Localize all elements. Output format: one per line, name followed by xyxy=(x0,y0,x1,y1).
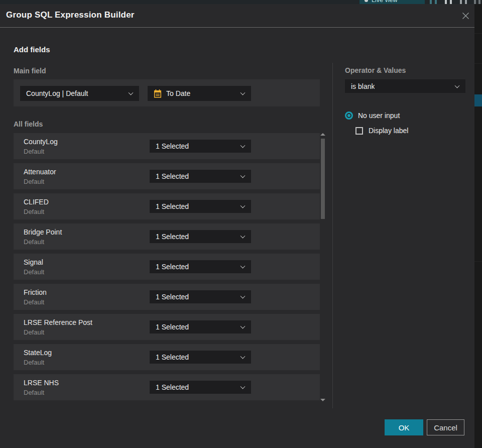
field-selection-value: 1 Selected xyxy=(156,323,189,331)
field-row[interactable]: StateLog Default 1 Selected xyxy=(14,344,320,370)
toolbar-icon-fragment xyxy=(450,0,452,4)
panel-divider xyxy=(332,63,333,408)
field-row[interactable]: Friction Default 1 Selected xyxy=(14,284,320,310)
field-row[interactable]: LRSE Reference Post Default 1 Selected xyxy=(14,314,320,340)
chevron-down-icon xyxy=(455,83,460,88)
display-label-label: Display label xyxy=(369,127,408,135)
field-selection-dropdown[interactable]: 1 Selected xyxy=(150,351,251,364)
toolbar-icon-fragment xyxy=(435,0,437,4)
field-selection-dropdown[interactable]: 1 Selected xyxy=(150,230,251,243)
toolbar-icon-fragment xyxy=(478,0,480,4)
all-fields-list: CountyLog Default 1 Selected Attenuator … xyxy=(14,133,320,404)
field-subtitle: Default xyxy=(24,268,44,276)
scrollbar-thumb[interactable] xyxy=(321,139,325,219)
dialog-title: Group SQL Expression Builder xyxy=(6,10,135,20)
main-field-label: Main field xyxy=(14,67,46,75)
live-view-label: Live view xyxy=(372,0,397,4)
field-name: CLIFED xyxy=(24,198,49,206)
field-name: LRSE NHS xyxy=(24,379,59,387)
no-user-input-label: No user input xyxy=(358,111,400,120)
chevron-down-icon xyxy=(240,384,246,389)
main-field-dropdown[interactable]: CountyLog | Default xyxy=(20,86,139,101)
chevron-down-icon xyxy=(240,90,246,95)
field-subtitle: Default xyxy=(24,328,44,336)
field-selection-value: 1 Selected xyxy=(156,142,189,150)
field-row[interactable]: CLIFED Default 1 Selected xyxy=(14,193,320,219)
field-name: CountyLog xyxy=(24,138,58,146)
no-user-input-radio[interactable]: No user input xyxy=(345,111,400,120)
group-sql-expression-builder-dialog: Group SQL Expression Builder Add fields … xyxy=(0,4,474,448)
dialog-title-bar: Group SQL Expression Builder xyxy=(0,4,474,28)
main-field-box: CountyLog | Default To Date xyxy=(14,79,320,106)
background-selected-item-fragment xyxy=(474,94,482,106)
all-fields-label: All fields xyxy=(14,120,43,128)
background-row-divider xyxy=(474,63,482,64)
toolbar-icon-fragment xyxy=(465,0,467,4)
chevron-down-icon xyxy=(240,354,246,359)
toolbar-icon-fragment xyxy=(460,0,462,4)
field-selection-value: 1 Selected xyxy=(156,293,189,301)
field-selection-dropdown[interactable]: 1 Selected xyxy=(150,200,251,213)
operator-values-label: Operator & Values xyxy=(345,66,406,74)
ok-button[interactable]: OK xyxy=(385,419,423,435)
background-row-divider xyxy=(474,33,482,34)
toolbar-icon-fragment xyxy=(474,0,476,4)
date-type-dropdown-value: To Date xyxy=(166,89,190,97)
screen: Live view Group SQL Expression Builder xyxy=(0,0,482,448)
field-name: Friction xyxy=(24,288,47,296)
scrollbar-down-arrow[interactable] xyxy=(320,399,325,401)
operator-dropdown[interactable]: is blank xyxy=(345,79,465,93)
field-selection-dropdown[interactable]: 1 Selected xyxy=(150,320,251,333)
field-name: Bridge Point xyxy=(24,228,62,236)
field-selection-dropdown[interactable]: 1 Selected xyxy=(150,170,251,183)
field-selection-dropdown[interactable]: 1 Selected xyxy=(150,381,251,394)
background-panel xyxy=(474,4,482,448)
chevron-down-icon xyxy=(240,143,246,148)
field-selection-dropdown[interactable]: 1 Selected xyxy=(150,290,251,303)
background-row-divider xyxy=(474,261,482,262)
field-row[interactable]: CountyLog Default 1 Selected xyxy=(14,133,320,159)
field-selection-value: 1 Selected xyxy=(156,383,189,391)
chevron-down-icon xyxy=(240,294,246,299)
field-name: LRSE Reference Post xyxy=(24,318,92,326)
field-selection-value: 1 Selected xyxy=(156,202,189,210)
main-field-dropdown-value: CountyLog | Default xyxy=(26,89,88,97)
field-subtitle: Default xyxy=(24,298,44,306)
chevron-down-icon xyxy=(129,90,134,95)
field-subtitle: Default xyxy=(24,178,44,185)
field-subtitle: Default xyxy=(24,359,44,366)
field-selection-value: 1 Selected xyxy=(156,353,189,361)
field-selection-dropdown[interactable]: 1 Selected xyxy=(150,140,251,153)
field-selection-value: 1 Selected xyxy=(156,263,189,271)
radio-icon xyxy=(345,111,353,120)
chevron-down-icon xyxy=(240,173,246,178)
scrollbar-up-arrow[interactable] xyxy=(320,133,325,136)
background-toolbar: Live view xyxy=(0,0,482,4)
field-row[interactable]: Attenuator Default 1 Selected xyxy=(14,163,320,189)
chevron-down-icon xyxy=(240,264,246,269)
field-name: StateLog xyxy=(24,349,52,357)
date-type-dropdown[interactable]: To Date xyxy=(148,86,251,101)
calendar-icon xyxy=(154,89,162,98)
toolbar-icon-fragment xyxy=(430,0,432,4)
field-selection-dropdown[interactable]: 1 Selected xyxy=(150,260,251,273)
close-button[interactable] xyxy=(460,11,470,21)
chevron-down-icon xyxy=(240,324,246,329)
live-view-dot-icon xyxy=(365,0,368,2)
live-view-button[interactable]: Live view xyxy=(359,0,425,4)
field-selection-value: 1 Selected xyxy=(156,172,189,180)
chevron-down-icon xyxy=(240,234,246,239)
field-selection-value: 1 Selected xyxy=(156,233,189,241)
operator-dropdown-value: is blank xyxy=(351,82,375,90)
cancel-button[interactable]: Cancel xyxy=(427,419,464,435)
field-subtitle: Default xyxy=(24,238,44,246)
field-row[interactable]: Bridge Point Default 1 Selected xyxy=(14,223,320,250)
display-label-checkbox[interactable]: Display label xyxy=(355,127,408,135)
field-name: Signal xyxy=(24,258,43,266)
field-subtitle: Default xyxy=(24,208,44,215)
checkbox-icon xyxy=(355,127,363,135)
field-row[interactable]: LRSE NHS Default 1 Selected xyxy=(14,374,320,400)
toolbar-icon-fragment xyxy=(445,0,447,4)
field-row[interactable]: Signal Default 1 Selected xyxy=(14,254,320,280)
field-subtitle: Default xyxy=(24,389,44,396)
